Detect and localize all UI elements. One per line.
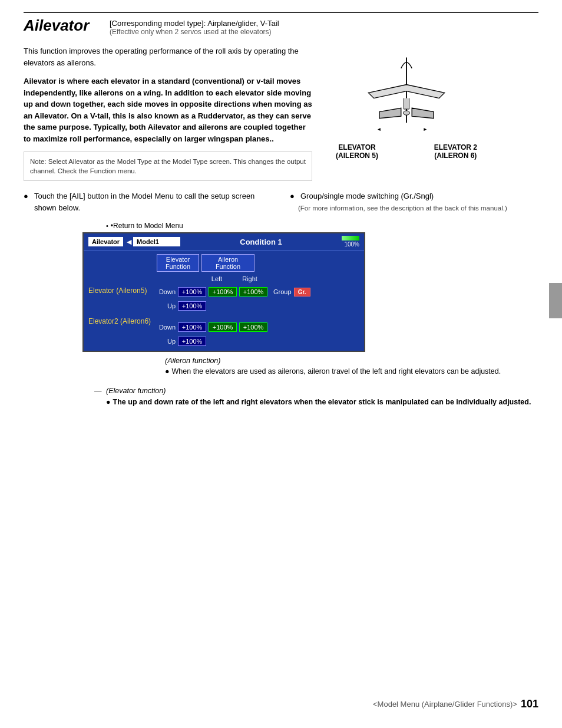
model-label[interactable]: Model1 <box>133 237 180 246</box>
footer-text: <Model Menu (Airplane/Glider Functions)> <box>373 700 517 709</box>
row-elev1-up: Up +100% <box>157 300 359 312</box>
percent-area: 100% <box>342 236 359 248</box>
ail-func-line1: Aileron <box>206 256 250 263</box>
return-label: •Return to Model Menu <box>111 222 183 230</box>
elevator-labels: ELEVATOR (AILERON 5) ELEVATOR 2 (AILERON… <box>336 143 477 160</box>
bullet-dot-right: ● <box>290 190 298 202</box>
row-elev1-down: Down +100% +100% +100% Group Gr. <box>157 286 359 298</box>
left-header: Left <box>201 275 232 282</box>
right-content-col: Elevator Function Aileron Function Left … <box>157 254 359 347</box>
val-elev1-down-elev[interactable]: +100% <box>178 287 206 297</box>
val-elev2-down-elev[interactable]: +100% <box>178 322 206 332</box>
page-footer: <Model Menu (Airplane/Glider Functions)>… <box>373 698 538 710</box>
condition-label: Condition 1 <box>240 238 282 246</box>
elev1-label: Elevator (Aileron5) <box>88 278 153 305</box>
elevator-callout-header: — (Elevator function) <box>94 387 538 395</box>
elevator-label-2: ELEVATOR 2 (AILERON 6) <box>434 143 477 160</box>
screen-body: Elevator (Aileron5) Elevator2 (Aileron6)… <box>84 251 364 351</box>
val-elev1-down-ail-left[interactable]: +100% <box>209 287 237 297</box>
bullet-dot-left: ● <box>24 190 32 213</box>
dir-down-2: Down <box>157 324 176 331</box>
speaker-icon: ◀ <box>127 238 131 246</box>
elev-func-line2: Function <box>161 263 195 270</box>
aileron-callout-text: When the elevators are used as ailerons,… <box>172 367 501 377</box>
val-elev1-down-ail-right[interactable]: +100% <box>239 287 267 297</box>
aileron-bullet-dot: ● <box>165 367 170 377</box>
right-header: Right <box>234 275 265 282</box>
bullet-item-right: ● Group/single mode switching (Gr./Sngl) <box>290 190 538 202</box>
group-icon[interactable]: Gr. <box>294 288 310 297</box>
intro-text-1: This function improves the operating per… <box>24 45 312 68</box>
effective-note: (Effective only when 2 servos used at th… <box>110 28 279 36</box>
elev2-label: Elevator2 (Aileron6) <box>88 308 153 335</box>
screen-ui: Ailevator ◀ Model1 Condition 1 100% Elev… <box>82 232 365 352</box>
left-label-col: Elevator (Aileron5) Elevator2 (Aileron6) <box>88 254 153 347</box>
val-elev2-down-ail-left[interactable]: +100% <box>209 322 237 332</box>
aileron-callout-desc: ● When the elevators are used as aileron… <box>165 367 538 377</box>
svg-text:◄: ◄ <box>376 126 381 132</box>
text-column: This function improves the operating per… <box>24 45 312 181</box>
intro-bold: Ailevator is where each elevator in a st… <box>24 75 312 144</box>
val-elev2-down-ail-right[interactable]: +100% <box>239 322 267 332</box>
bullet-text-right: Group/single mode switching (Gr./Sngl) <box>300 190 434 202</box>
content-area: This function improves the operating per… <box>24 45 538 181</box>
subtitle-block: [Corresponding model type]: Airplane/gli… <box>110 17 279 36</box>
bullet-right: ● Group/single mode switching (Gr./Sngl)… <box>290 190 538 213</box>
bullet-text-left: Touch the [AIL] button in the Model Menu… <box>34 190 272 213</box>
dir-up-1: Up <box>157 302 176 309</box>
elevator-bullet-dot: ● <box>106 397 111 408</box>
top-border <box>24 12 538 13</box>
title-block: Ailevator [Corresponding model type]: Ai… <box>24 17 279 36</box>
ail-func-header: Aileron Function <box>201 254 254 272</box>
sidebar-bar <box>549 283 562 318</box>
elev-func-line1: Elevator <box>161 256 195 263</box>
tab-area: Ailevator ◀ Model1 Condition 1 100% <box>84 233 364 251</box>
row-elev2-up: Up +100% <box>157 335 359 347</box>
svg-text:►: ► <box>423 126 428 132</box>
spacer-1 <box>157 314 359 319</box>
percent-bar <box>342 236 359 241</box>
page-number: 101 <box>521 698 538 710</box>
diagram-column: ◄ ► ELEVATOR (AILERON 5) ELEVATOR 2 (AIL… <box>324 45 489 181</box>
val-elev2-up-elev[interactable]: +100% <box>178 337 206 346</box>
return-arrow: • <box>106 222 108 229</box>
callout-elevator: — (Elevator function) ● The up and down … <box>94 387 538 408</box>
elevator-callout-dash: — <box>94 387 102 395</box>
bullet-left: ● Touch the [AIL] button in the Model Me… <box>24 190 272 213</box>
screen-diagram-section: • •Return to Model Menu Ailevator ◀ Mode… <box>47 222 538 407</box>
lr-headers: Left Right <box>201 275 359 282</box>
bullets-section: ● Touch the [AIL] button in the Model Me… <box>24 190 538 213</box>
model-type: [Corresponding model type]: Airplane/gli… <box>110 19 279 28</box>
return-label-area: • •Return to Model Menu <box>106 222 538 230</box>
elevator-label-1: ELEVATOR (AILERON 5) <box>336 143 378 160</box>
aileron-callout-header: (Aileron function) <box>165 357 538 365</box>
dir-down-1: Down <box>157 288 176 295</box>
bullet-item-left: ● Touch the [AIL] button in the Model Me… <box>24 190 272 213</box>
svg-point-1 <box>403 111 409 115</box>
func-headers: Elevator Function Aileron Function <box>157 254 359 272</box>
bullet-right-note: (For more information, see the descripti… <box>290 205 538 212</box>
header-section: Ailevator [Corresponding model type]: Ai… <box>24 17 538 36</box>
note-box: Note: Select Ailevator as the Model Type… <box>24 151 312 181</box>
intro-paragraph: This function improves the operating per… <box>24 45 312 68</box>
percent-label: 100% <box>344 241 359 248</box>
row-elev2-down: Down +100% +100% +100% <box>157 321 359 333</box>
page-title: Ailevator <box>24 17 100 35</box>
aircraft-diagram: ◄ ► <box>336 51 477 140</box>
elevator-callout-text: The up and down rate of the left and rig… <box>113 397 531 408</box>
speaker-area: ◀ Model1 <box>127 237 180 246</box>
callout-aileron: (Aileron function) ● When the elevators … <box>165 357 538 377</box>
elevator-callout-label: (Elevator function) <box>106 387 166 395</box>
dir-up-2: Up <box>157 338 176 345</box>
val-elev1-up-elev[interactable]: +100% <box>178 301 206 311</box>
elevator-callout-desc: ● The up and down rate of the left and r… <box>106 397 538 408</box>
group-label: Group <box>273 288 292 295</box>
ailevator-tab[interactable]: Ailevator <box>88 237 123 246</box>
elev-func-header: Elevator Function <box>157 254 199 272</box>
ail-func-line2: Function <box>206 263 250 270</box>
